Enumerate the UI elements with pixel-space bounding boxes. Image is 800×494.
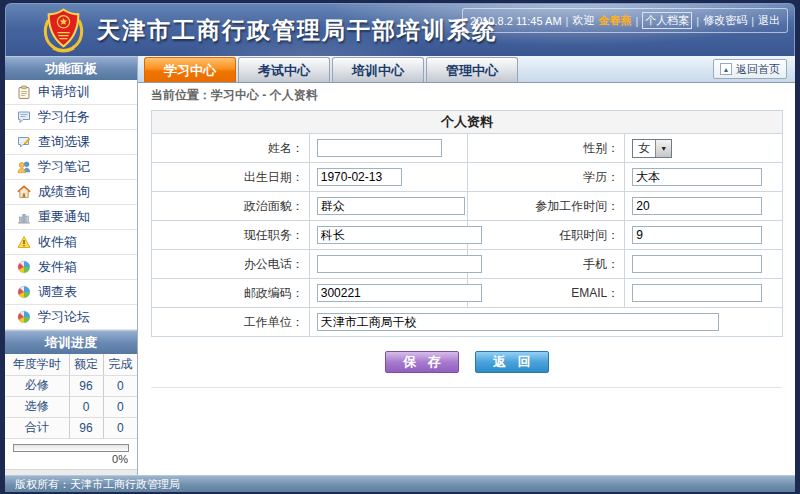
topbar: 2010.8.2 11:45 AM | 欢迎 金春燕 | 个人档案 | 修改密码…: [462, 8, 788, 33]
progress-percent: 0%: [5, 452, 137, 469]
sidebar-item-study-tasks[interactable]: 学习任务: [5, 105, 137, 130]
tab-exam-center[interactable]: 考试中心: [238, 57, 330, 82]
form-row: 政治面貌： 参加工作时间：: [152, 192, 783, 221]
sidebar-item-label: 查询选课: [38, 133, 90, 151]
content-bottom-divider: [151, 387, 782, 475]
app-window: 天津市工商行政管理局干部培训系统 2010.8.2 11:45 AM | 欢迎 …: [0, 0, 800, 494]
sidebar-item-course-query[interactable]: 查询选课: [5, 130, 137, 155]
birthdate-label: 出生日期：: [152, 163, 310, 192]
education-input[interactable]: [632, 168, 762, 186]
separator: |: [696, 15, 699, 27]
save-button[interactable]: 保 存: [385, 351, 459, 373]
gongshang-emblem-logo: [40, 7, 87, 54]
back-button[interactable]: 返 回: [475, 351, 549, 373]
progress-row-quota: 96: [69, 375, 103, 396]
progress-header-done: 完成: [103, 354, 137, 375]
progress-row-done: 0: [103, 396, 137, 417]
gender-select[interactable]: 女 ▼: [632, 139, 672, 158]
app-header: 天津市工商行政管理局干部培训系统 2010.8.2 11:45 AM | 欢迎 …: [5, 3, 795, 56]
separator: |: [635, 15, 638, 27]
tab-bar: 学习中心 考试中心 培训中心 管理中心 ▲ 返回首页: [138, 56, 795, 83]
username: 金春燕: [598, 13, 631, 28]
table-row: 选修 0 0: [5, 396, 137, 417]
tab-training-center[interactable]: 培训中心: [332, 57, 424, 82]
political-status-input[interactable]: [317, 197, 465, 215]
work-start-label: 参加工作时间：: [467, 192, 625, 221]
table-row: 必修 96 0: [5, 375, 137, 396]
name-label: 姓名：: [152, 134, 310, 163]
mobile-input[interactable]: [632, 255, 762, 273]
content-area: 学习中心 考试中心 培训中心 管理中心 ▲ 返回首页 当前位置：学习中心 - 个…: [138, 56, 795, 475]
pie-chart-icon: [17, 310, 31, 324]
clipboard-icon: [17, 85, 31, 99]
sidebar-item-inbox[interactable]: 收件箱: [5, 230, 137, 255]
form-row: 现任职务： 任职时间：: [152, 221, 783, 250]
birthdate-input[interactable]: [317, 168, 402, 186]
sidebar-item-survey[interactable]: 调查表: [5, 280, 137, 305]
sidebar-item-apply-training[interactable]: 申请培训: [5, 80, 137, 105]
sidebar-panel-title: 功能面板: [5, 56, 137, 80]
footer: 版权所有：天津市工商行政管理局: [5, 475, 795, 492]
sidebar-item-study-forum[interactable]: 学习论坛: [5, 305, 137, 330]
sidebar-item-label: 学习论坛: [38, 308, 90, 326]
sidebar-item-score-query[interactable]: 成绩查询: [5, 180, 137, 205]
sidebar-item-notices[interactable]: 重要通知: [5, 205, 137, 230]
chevron-down-icon: ▼: [655, 140, 671, 157]
office-phone-input[interactable]: [317, 255, 482, 273]
topbar-link-profile[interactable]: 个人档案: [642, 12, 692, 29]
sidebar-item-study-notes[interactable]: 学习笔记: [5, 155, 137, 180]
form-row: 姓名： 性别： 女 ▼: [152, 134, 783, 163]
datetime-text: 2010.8.2 11:45 AM: [470, 15, 562, 27]
tab-admin-center[interactable]: 管理中心: [426, 57, 518, 82]
return-home-label: 返回首页: [736, 62, 780, 77]
position-label: 现任职务：: [152, 221, 310, 250]
up-arrow-icon: ▲: [720, 63, 732, 75]
tenure-input[interactable]: [632, 226, 762, 244]
form-title-row: 个人资料: [152, 111, 783, 134]
separator: |: [751, 15, 754, 27]
form-row: 出生日期： 学历：: [152, 163, 783, 192]
work-unit-label: 工作单位：: [152, 308, 310, 337]
bar-chart-icon: [17, 210, 31, 224]
tab-study-center[interactable]: 学习中心: [144, 57, 236, 82]
progress-row-quota: 96: [69, 417, 103, 438]
progress-bar: [13, 444, 129, 452]
form-row: 工作单位：: [152, 308, 783, 337]
main-area: 功能面板 申请培训 学习任务 查询选课 学习笔记 成绩查询: [5, 56, 795, 475]
sidebar-item-label: 申请培训: [38, 83, 90, 101]
form-row: 办公电话： 手机：: [152, 250, 783, 279]
progress-row-label: 合计: [5, 417, 69, 438]
separator: |: [566, 15, 569, 27]
progress-row-done: 0: [103, 417, 137, 438]
mobile-label: 手机：: [467, 250, 625, 279]
progress-row-label: 必修: [5, 375, 69, 396]
table-row: 合计 96 0: [5, 417, 137, 438]
name-input[interactable]: [317, 139, 442, 157]
email-label: EMAIL：: [467, 279, 625, 308]
gender-select-value: 女: [633, 140, 655, 157]
progress-row-done: 0: [103, 375, 137, 396]
chat-edit-icon: [17, 135, 31, 149]
position-input[interactable]: [317, 226, 482, 244]
sidebar-item-label: 学习任务: [38, 108, 90, 126]
form-buttons: 保 存 返 回: [151, 351, 783, 373]
tenure-label: 任职时间：: [467, 221, 625, 250]
sidebar-item-label: 调查表: [38, 283, 77, 301]
home-icon: [17, 185, 31, 199]
work-start-input[interactable]: [632, 197, 762, 215]
postcode-input[interactable]: [317, 284, 482, 302]
users-icon: [17, 160, 31, 174]
sidebar-item-outbox[interactable]: 发件箱: [5, 255, 137, 280]
chat-icon: [17, 110, 31, 124]
progress-header-quota: 额定: [69, 354, 103, 375]
topbar-link-change-password[interactable]: 修改密码: [703, 13, 747, 28]
return-home-button[interactable]: ▲ 返回首页: [713, 59, 787, 79]
email-input[interactable]: [632, 284, 762, 302]
page-title: 天津市工商行政管理局干部培训系统: [97, 15, 497, 46]
topbar-link-logout[interactable]: 退出: [758, 13, 780, 28]
training-progress-table: 年度学时 额定 完成 必修 96 0 选修 0 0 合计 96 0: [5, 354, 137, 439]
personal-info-form: 个人资料 姓名： 性别： 女 ▼ 出生日期： 学历：: [151, 110, 783, 337]
work-unit-input[interactable]: [317, 313, 719, 331]
progress-panel-title: 培训进度: [5, 330, 137, 354]
education-label: 学历：: [467, 163, 625, 192]
